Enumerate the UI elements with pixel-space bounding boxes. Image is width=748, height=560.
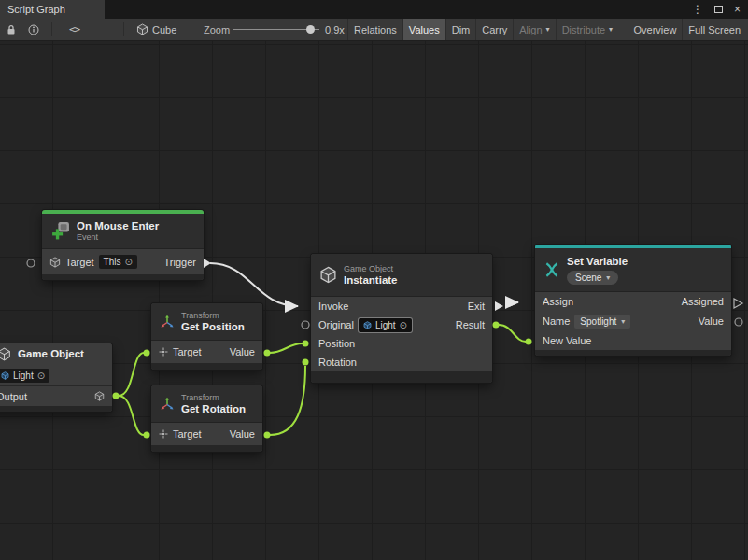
port-label-original: Original	[318, 319, 354, 330]
node-title: Get Position	[181, 321, 245, 333]
original-object-field[interactable]: Light ⊙	[359, 318, 412, 332]
node-row: Target Value	[151, 423, 262, 445]
relations-button[interactable]: Relations	[347, 19, 402, 40]
variable-name-dropdown[interactable]: Spotlight ▾	[574, 315, 630, 329]
zoom-label: Zoom	[204, 19, 230, 40]
node-game-object-light[interactable]: Game Object Light ⊙ Output	[0, 343, 112, 412]
toolbar-divider	[51, 22, 52, 36]
node-instantiate[interactable]: Game Object Instantiate Invoke Exit Orig…	[311, 254, 492, 383]
distribute-button[interactable]: Distribute ▾	[556, 19, 618, 40]
port-label-target: Target	[173, 346, 202, 357]
full-screen-button[interactable]: Full Screen	[682, 19, 746, 40]
node-row: Rotation	[311, 353, 492, 371]
close-icon[interactable]: ×	[734, 3, 741, 16]
wire-getposition-value-to-position[interactable]	[270, 343, 303, 353]
toolbar-divider	[123, 22, 124, 36]
port-output[interactable]	[113, 393, 120, 399]
node-on-mouse-enter[interactable]: On Mouse Enter Event Target This ⊙ Trigg…	[42, 210, 204, 280]
node-row: Name Spotlight ▾ Value	[535, 311, 731, 331]
node-title: Game Object	[18, 348, 84, 360]
toolbar-buttons: Relations Values Dim Carry Align ▾ Distr…	[347, 19, 746, 40]
object-picker-icon[interactable]: ⊙	[400, 319, 407, 331]
object-picker-icon[interactable]: ⊙	[37, 370, 45, 382]
zoom-value: 0.9x	[325, 19, 345, 40]
carry-button[interactable]: Carry	[475, 19, 513, 40]
zoom-slider[interactable]	[233, 19, 319, 40]
wire-getrotation-value-to-rotation[interactable]	[270, 366, 305, 435]
light-object-field[interactable]: Light ⊙	[0, 369, 49, 383]
overview-button[interactable]: Overview	[628, 19, 683, 40]
port-getposition-value[interactable]	[264, 350, 271, 357]
chevron-down-icon: ▾	[546, 25, 550, 34]
chevron-down-icon: ▾	[609, 25, 613, 34]
node-row: Light ⊙	[0, 365, 112, 385]
original-value: Light	[375, 319, 396, 331]
code-icon[interactable]: <>	[69, 19, 79, 40]
port-label-invoke: Invoke	[318, 301, 348, 312]
port-instantiate-result[interactable]	[493, 322, 500, 329]
node-category: Game Object	[344, 264, 398, 274]
chevron-down-icon: ▾	[621, 315, 625, 328]
graph-object-name: Cube	[152, 19, 176, 40]
chevron-down-icon: ▾	[606, 272, 610, 284]
wire-result-to-new-value[interactable]	[499, 325, 526, 342]
node-get-position[interactable]: Transform Get Position Target Value	[151, 303, 262, 370]
wire-output-to-getposition-target[interactable]	[119, 353, 144, 396]
node-category: Transform	[181, 311, 245, 321]
lock-icon[interactable]	[7, 19, 16, 40]
wire-output-to-getrotation-target[interactable]	[119, 396, 144, 435]
port-getrotation-target[interactable]	[144, 432, 150, 439]
port-event-target[interactable]	[27, 259, 35, 267]
this-object-field[interactable]: This ⊙	[99, 255, 137, 269]
port-getrotation-value[interactable]	[264, 432, 271, 439]
wire-trigger-to-invoke[interactable]	[210, 263, 298, 306]
zoom-slider-track[interactable]	[233, 29, 319, 30]
node-footer	[151, 363, 262, 370]
game-object-blue-icon	[363, 321, 372, 329]
align-button[interactable]: Align ▾	[513, 19, 555, 40]
info-icon[interactable]	[28, 19, 39, 40]
port-label-value: Value	[230, 346, 255, 357]
scope-value: Scene	[575, 272, 601, 284]
port-label-value: Value	[699, 315, 724, 327]
port-label-assigned: Assigned	[682, 296, 724, 307]
port-label-new-value: New Value	[543, 335, 591, 346]
values-button[interactable]: Values	[402, 19, 445, 40]
port-instantiate-position[interactable]	[303, 341, 309, 347]
node-header: Set Variable Scene ▾	[535, 248, 731, 292]
tab-script-graph[interactable]: Script Graph	[0, 0, 105, 19]
port-getposition-target[interactable]	[144, 350, 150, 357]
port-setvariable-new-value[interactable]	[526, 339, 532, 345]
game-object-blue-icon	[1, 371, 9, 380]
maximize-icon[interactable]	[714, 6, 723, 13]
variable-name-value: Spotlight	[580, 315, 616, 328]
node-category: Transform	[181, 393, 246, 403]
node-title: Instantiate	[344, 274, 398, 287]
node-footer	[0, 406, 112, 412]
node-set-variable[interactable]: Set Variable Scene ▾ Assign Assigned Nam…	[535, 245, 731, 356]
port-instantiate-original[interactable]	[302, 321, 309, 329]
port-setvariable-assigned[interactable]	[734, 299, 742, 308]
graph-toolbar: <> Cube Zoom 0.9x Relations Values Dim C…	[0, 19, 748, 41]
port-label-result: Result	[456, 319, 485, 330]
port-label-assign: Assign	[543, 296, 573, 307]
port-event-trigger[interactable]	[204, 259, 211, 268]
wire-exit-to-assign[interactable]	[505, 302, 518, 306]
variable-icon	[543, 261, 560, 278]
port-label-value: Value	[230, 428, 255, 440]
node-row: Original Light ⊙ Result	[311, 315, 492, 334]
variable-scope-dropdown[interactable]: Scene ▾	[567, 271, 618, 285]
port-instantiate-exit[interactable]	[495, 301, 503, 311]
graph-canvas[interactable]: On Mouse Enter Event Target This ⊙ Trigg…	[0, 41, 748, 560]
target-crosshair-icon	[159, 347, 168, 357]
zoom-slider-handle[interactable]	[306, 25, 315, 34]
port-label-target: Target	[173, 428, 202, 440]
port-label-name: Name	[543, 315, 570, 327]
port-instantiate-rotation[interactable]	[303, 359, 309, 366]
node-row: Target Value	[151, 341, 262, 363]
window-menu-icon[interactable]: ⋮	[692, 3, 703, 16]
dim-button[interactable]: Dim	[445, 19, 476, 40]
port-setvariable-value-out[interactable]	[735, 318, 742, 326]
object-picker-icon[interactable]: ⊙	[124, 256, 132, 268]
node-get-rotation[interactable]: Transform Get Rotation Target Value	[151, 385, 262, 452]
